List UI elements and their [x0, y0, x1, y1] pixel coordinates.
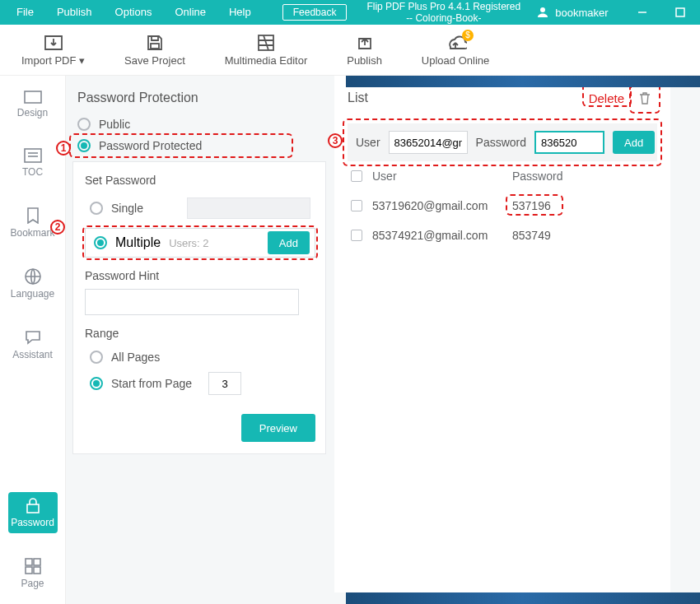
sidetab-bookmark[interactable]: Bookmark — [8, 202, 58, 244]
row-user: 85374921@gmail.com — [372, 229, 512, 242]
start-page-input[interactable] — [208, 372, 241, 395]
new-user-input[interactable] — [389, 131, 468, 154]
import-label: Import PDF ▾ — [21, 54, 85, 67]
add-user-label: User — [356, 136, 380, 149]
password-hint-input[interactable] — [85, 289, 299, 315]
sidetab-assistant[interactable]: Assistant — [8, 324, 58, 365]
range-all-pages[interactable]: All Pages — [85, 346, 315, 368]
sidetab-password[interactable]: Password — [8, 492, 58, 533]
protection-password-protected[interactable]: Password Protected — [72, 135, 326, 156]
multimedia-icon — [257, 33, 275, 53]
import-pdf-button[interactable]: Import PDF ▾ — [21, 33, 85, 67]
preview-background — [346, 76, 700, 87]
annotation-num-3: 3 — [328, 133, 343, 148]
sidetab-design[interactable]: Design — [8, 86, 58, 123]
title-line2: -- Coloring-Book- — [366, 12, 520, 24]
add-password-label: Password — [476, 136, 526, 149]
add-user-row: User Password Add 3 — [348, 123, 657, 161]
mode-multiple[interactable]: Multiple Users: 2 Add — [85, 228, 315, 258]
user-list-panel: List Delete User — [334, 76, 670, 592]
range-label: Range — [85, 327, 315, 340]
svg-rect-16 — [34, 567, 40, 574]
col-password: Password — [512, 170, 654, 183]
menu-online[interactable]: Online — [163, 0, 217, 25]
menu-file[interactable]: File — [5, 0, 45, 25]
save-icon — [146, 33, 164, 53]
upload-label: Upload Online — [422, 54, 489, 67]
radio-icon — [77, 118, 91, 131]
svg-point-0 — [540, 7, 545, 12]
list-heading: List — [348, 91, 368, 105]
row-user: 53719620@gmail.com — [372, 199, 512, 212]
sidetab-toc[interactable]: TOC — [8, 143, 58, 183]
svg-rect-2 — [676, 8, 684, 16]
save-label: Save Project — [124, 54, 185, 67]
import-icon — [43, 33, 64, 53]
hint-label: Password Hint — [85, 269, 315, 282]
row-checkbox[interactable] — [351, 230, 362, 241]
preview-button[interactable]: Preview — [241, 414, 315, 442]
username: bookmaker — [555, 7, 608, 19]
radio-icon — [77, 139, 91, 152]
new-password-input[interactable] — [534, 131, 604, 154]
menu-help[interactable]: Help — [217, 0, 263, 25]
radio-icon — [90, 377, 103, 390]
protection-public[interactable]: Public — [72, 114, 326, 135]
table-row[interactable]: 85374921@gmail.com 853749 — [348, 221, 657, 250]
radio-icon — [90, 351, 103, 364]
svg-rect-5 — [151, 44, 159, 49]
publish-icon — [356, 33, 374, 53]
radio-icon — [90, 202, 103, 215]
upload-cloud-icon: $ — [444, 33, 467, 53]
publish-label: Publish — [347, 54, 382, 67]
user-icon — [535, 5, 550, 20]
svg-rect-8 — [25, 149, 41, 162]
single-password-input[interactable] — [187, 197, 310, 219]
table-header: User Password — [348, 161, 657, 191]
side-tabs: Design TOC Bookmark Language Assistant P… — [0, 76, 66, 604]
multimedia-label: Multimedia Editor — [225, 54, 307, 67]
svg-rect-13 — [26, 559, 32, 565]
preview-background — [346, 592, 700, 604]
user-account[interactable]: bookmaker — [520, 5, 623, 20]
sidetab-page[interactable]: Page — [8, 553, 58, 594]
row-password: 853749 — [512, 229, 654, 242]
col-user: User — [372, 170, 512, 183]
multimedia-editor-button[interactable]: Multimedia Editor — [225, 33, 307, 67]
upload-badge: $ — [462, 30, 474, 41]
panel-title: Password Protection — [77, 91, 326, 105]
add-user-button[interactable]: Add — [613, 131, 655, 154]
publish-button[interactable]: Publish — [347, 33, 382, 67]
svg-rect-15 — [26, 567, 32, 574]
svg-rect-14 — [34, 559, 40, 565]
feedback-button[interactable]: Feedback — [282, 4, 348, 21]
mode-single[interactable]: Single — [85, 193, 315, 223]
trash-button[interactable] — [632, 86, 657, 110]
users-count: Users: 2 — [169, 237, 208, 249]
menu-publish[interactable]: Publish — [45, 0, 104, 25]
sidetab-language[interactable]: Language — [8, 263, 58, 304]
svg-rect-12 — [27, 504, 39, 513]
window-maximize-button[interactable] — [661, 0, 699, 25]
row-checkbox[interactable] — [351, 200, 362, 211]
multiple-add-button[interactable]: Add — [268, 231, 310, 254]
set-password-card: Set Password Single Multiple Users: 2 Ad… — [72, 161, 326, 454]
password-protection-panel: Password Protection Public Password Prot… — [72, 76, 326, 592]
delete-button[interactable]: Delete — [587, 88, 626, 109]
range-start-from[interactable]: Start from Page — [85, 368, 315, 399]
annotation-num-2: 2 — [50, 220, 65, 235]
save-project-button[interactable]: Save Project — [124, 33, 185, 67]
row-password: 537196 — [512, 199, 551, 212]
trash-icon — [637, 91, 652, 105]
upload-online-button[interactable]: $ Upload Online — [422, 33, 489, 67]
svg-rect-7 — [25, 91, 41, 103]
menu-options[interactable]: Options — [104, 0, 164, 25]
select-all-checkbox[interactable] — [351, 170, 362, 182]
window-title: Flip PDF Plus Pro 4.4.1 Registered -- Co… — [366, 1, 520, 24]
set-password-title: Set Password — [85, 174, 315, 187]
title-line1: Flip PDF Plus Pro 4.4.1 Registered — [366, 1, 520, 12]
table-row[interactable]: 53719620@gmail.com 537196 — [348, 191, 657, 221]
radio-icon — [94, 236, 107, 249]
window-minimize-button[interactable] — [623, 0, 661, 25]
annotation-num-1: 1 — [56, 141, 71, 156]
